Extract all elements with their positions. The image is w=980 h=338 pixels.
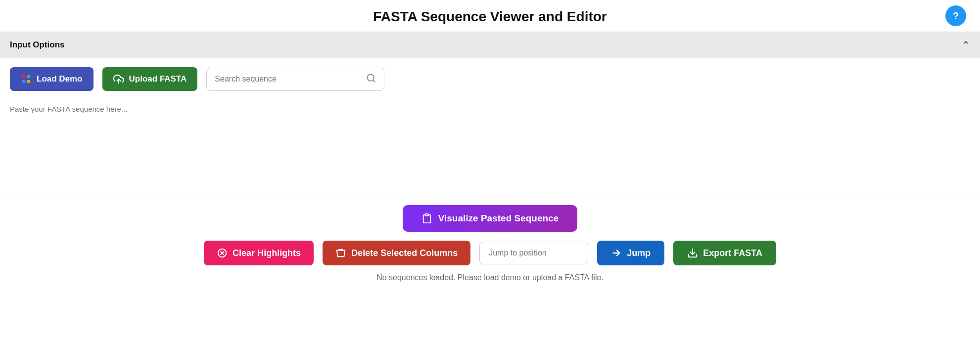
svg-marker-11 bbox=[337, 251, 345, 257]
delete-columns-label: Delete Selected Columns bbox=[351, 248, 458, 258]
jump-arrow-icon bbox=[611, 248, 622, 258]
input-controls: Load Demo Upload FASTA bbox=[0, 58, 980, 98]
svg-line-6 bbox=[373, 80, 375, 82]
load-demo-icon bbox=[21, 74, 32, 84]
status-message: No sequences loaded. Please load demo or… bbox=[376, 273, 604, 282]
input-options-bar: Input Options ⌃ bbox=[0, 32, 980, 58]
export-icon bbox=[687, 248, 698, 258]
svg-rect-1 bbox=[27, 75, 30, 78]
load-demo-label: Load Demo bbox=[37, 74, 83, 84]
upload-fasta-label: Upload FASTA bbox=[129, 74, 187, 84]
export-fasta-label: Export FASTA bbox=[703, 248, 762, 258]
visualize-label: Visualize Pasted Sequence bbox=[438, 213, 559, 224]
fasta-textarea[interactable] bbox=[10, 98, 970, 192]
clear-highlights-icon bbox=[217, 248, 228, 258]
clipboard-icon bbox=[421, 213, 432, 224]
page-header: FASTA Sequence Viewer and Editor ? bbox=[0, 0, 980, 32]
export-fasta-button[interactable]: Export FASTA bbox=[673, 241, 776, 265]
visualize-button[interactable]: Visualize Pasted Sequence bbox=[403, 205, 578, 232]
help-button[interactable]: ? bbox=[945, 5, 966, 26]
status-text: No sequences loaded. Please load demo or… bbox=[0, 273, 980, 287]
clear-highlights-label: Clear Highlights bbox=[233, 248, 301, 258]
input-options-label: Input Options bbox=[10, 40, 64, 50]
clear-highlights-button[interactable]: Clear Highlights bbox=[204, 241, 314, 265]
search-box bbox=[206, 68, 384, 91]
search-icon bbox=[366, 73, 376, 85]
svg-rect-0 bbox=[22, 75, 25, 78]
jump-label: Jump bbox=[627, 248, 651, 258]
collapse-icon[interactable]: ⌃ bbox=[962, 39, 970, 51]
delete-columns-button[interactable]: Delete Selected Columns bbox=[323, 241, 470, 265]
page-title: FASTA Sequence Viewer and Editor bbox=[0, 9, 980, 25]
upload-icon bbox=[113, 74, 124, 84]
svg-rect-7 bbox=[425, 214, 428, 216]
jump-button[interactable]: Jump bbox=[597, 241, 664, 265]
action-bar: Clear Highlights Delete Selected Columns… bbox=[0, 241, 980, 273]
upload-fasta-button[interactable]: Upload FASTA bbox=[102, 67, 198, 91]
visualize-section: Visualize Pasted Sequence bbox=[0, 194, 980, 241]
svg-rect-3 bbox=[27, 80, 30, 83]
delete-columns-icon bbox=[335, 248, 346, 258]
svg-rect-2 bbox=[22, 80, 25, 83]
load-demo-button[interactable]: Load Demo bbox=[10, 67, 93, 91]
fasta-textarea-wrapper bbox=[0, 98, 980, 194]
search-input[interactable] bbox=[215, 75, 361, 84]
jump-input[interactable] bbox=[479, 242, 588, 264]
